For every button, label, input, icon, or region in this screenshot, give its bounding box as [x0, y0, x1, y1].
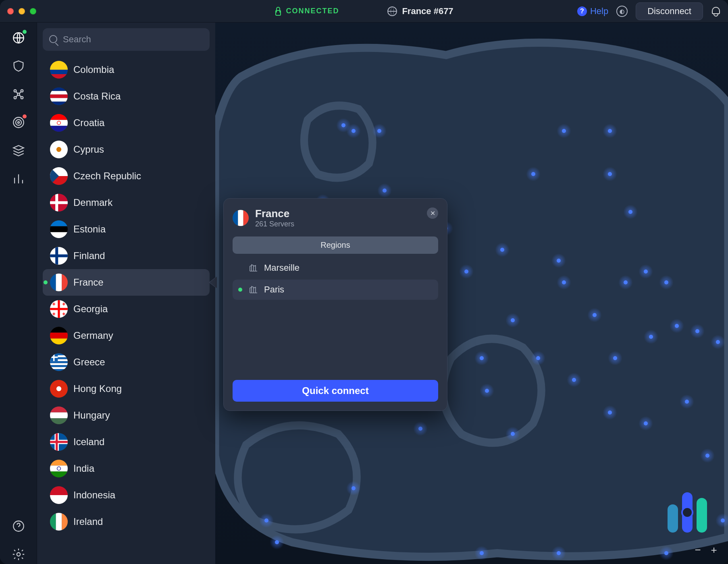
server-dot[interactable] — [639, 416, 653, 431]
svg-rect-14 — [50, 74, 68, 79]
region-item[interactable]: Paris — [233, 280, 438, 300]
country-list[interactable]: Colombia Costa Rica Croatia Cyprus Czech… — [37, 56, 215, 564]
server-dot[interactable] — [557, 124, 571, 138]
close-window-button[interactable] — [7, 8, 14, 15]
zoom-out-button[interactable]: − — [693, 545, 702, 554]
server-dot[interactable] — [413, 421, 428, 436]
server-dot[interactable] — [480, 384, 494, 398]
svg-rect-79 — [50, 471, 68, 477]
rail-radar[interactable] — [9, 113, 28, 132]
nav-rail — [0, 23, 37, 564]
server-dot[interactable] — [557, 275, 571, 290]
country-item[interactable]: Costa Rica — [43, 83, 210, 110]
minimize-window-button[interactable] — [19, 8, 25, 15]
server-dot[interactable] — [531, 351, 545, 365]
svg-point-4 — [21, 97, 23, 99]
server-dot[interactable] — [623, 205, 638, 219]
server-dot[interactable] — [680, 394, 694, 409]
search-input[interactable] — [63, 34, 203, 45]
rail-support[interactable] — [9, 516, 28, 536]
rail-meshnet[interactable] — [9, 85, 28, 104]
svg-rect-81 — [50, 486, 68, 495]
quick-connect-button[interactable]: Quick connect — [233, 380, 438, 402]
country-item[interactable]: Denmark — [43, 189, 210, 216]
server-dot[interactable] — [474, 351, 489, 365]
country-item[interactable]: Finland — [43, 243, 210, 269]
server-dot[interactable] — [659, 275, 674, 290]
country-item[interactable]: Georgia — [43, 296, 210, 322]
rail-shield[interactable] — [9, 56, 28, 76]
server-dot[interactable] — [270, 535, 284, 549]
svg-rect-61 — [50, 365, 68, 367]
server-dot[interactable] — [377, 183, 392, 198]
server-dot[interactable] — [716, 513, 728, 528]
help-icon: ? — [577, 6, 587, 16]
server-dot[interactable] — [644, 330, 658, 344]
server-dot[interactable] — [587, 308, 602, 322]
server-dot[interactable] — [639, 264, 653, 279]
server-dot[interactable] — [618, 275, 633, 290]
country-item[interactable]: Cyprus — [43, 136, 210, 163]
current-server[interactable]: France #677 — [387, 6, 453, 17]
server-dot[interactable] — [346, 481, 361, 496]
country-item[interactable]: Germany — [43, 322, 210, 349]
server-dot[interactable] — [659, 546, 674, 560]
country-item[interactable]: Estonia — [43, 216, 210, 243]
server-dot[interactable] — [700, 448, 715, 463]
svg-point-2 — [21, 90, 23, 92]
region-item[interactable]: Marseille — [233, 258, 438, 278]
rail-presets[interactable] — [9, 141, 28, 160]
notifications-icon[interactable] — [711, 6, 721, 17]
close-icon[interactable]: ✕ — [427, 207, 438, 219]
svg-rect-86 — [233, 210, 238, 226]
country-item[interactable]: Iceland — [43, 429, 210, 455]
server-dot[interactable] — [505, 427, 520, 441]
svg-point-8 — [17, 122, 19, 123]
zoom-in-button[interactable]: + — [709, 545, 718, 554]
rail-countries[interactable] — [9, 28, 28, 48]
country-item[interactable]: Indonesia — [43, 482, 210, 508]
country-item[interactable]: Croatia — [43, 110, 210, 136]
server-dot[interactable] — [495, 243, 510, 257]
bars-icon — [12, 172, 25, 186]
server-dot[interactable] — [474, 546, 489, 560]
country-item[interactable]: Hong Kong — [43, 375, 210, 402]
disconnect-button[interactable]: Disconnect — [636, 2, 703, 20]
server-dot[interactable] — [690, 324, 705, 338]
country-item[interactable]: Hungary — [43, 402, 210, 429]
help-link[interactable]: ? Help — [577, 6, 608, 17]
help-label: Help — [590, 6, 608, 17]
flag-icon — [50, 327, 68, 344]
server-dot[interactable] — [551, 253, 566, 268]
server-dot[interactable] — [711, 335, 725, 349]
rail-settings[interactable] — [9, 545, 28, 564]
fullscreen-window-button[interactable] — [30, 8, 36, 15]
country-item[interactable]: Greece — [43, 349, 210, 375]
search-field[interactable] — [43, 28, 210, 51]
server-dot[interactable] — [608, 351, 622, 365]
server-dot[interactable] — [670, 319, 684, 333]
server-dot[interactable] — [346, 124, 361, 138]
country-item[interactable]: Ireland — [43, 508, 210, 535]
server-dot[interactable] — [567, 373, 581, 387]
dark-web-monitor-icon[interactable]: ◐ — [616, 6, 628, 17]
server-dot[interactable] — [372, 124, 387, 138]
server-dot[interactable] — [603, 405, 617, 420]
regions-tab[interactable]: Regions — [233, 236, 438, 254]
server-dot[interactable] — [551, 546, 566, 560]
flag-icon — [50, 194, 68, 212]
country-item[interactable]: France — [43, 269, 210, 296]
server-dot[interactable] — [505, 313, 520, 328]
country-item[interactable]: India — [43, 455, 210, 482]
rail-stats[interactable] — [9, 169, 28, 189]
svg-rect-69 — [50, 406, 68, 413]
svg-rect-37 — [50, 254, 68, 257]
server-dot[interactable] — [603, 124, 617, 138]
country-item[interactable]: Czech Republic — [43, 163, 210, 189]
server-dot[interactable] — [526, 167, 541, 181]
server-dot[interactable] — [603, 167, 617, 181]
svg-rect-34 — [50, 232, 68, 238]
country-item[interactable]: Colombia — [43, 56, 210, 83]
server-dot[interactable] — [259, 513, 274, 528]
server-dot[interactable] — [459, 264, 474, 279]
